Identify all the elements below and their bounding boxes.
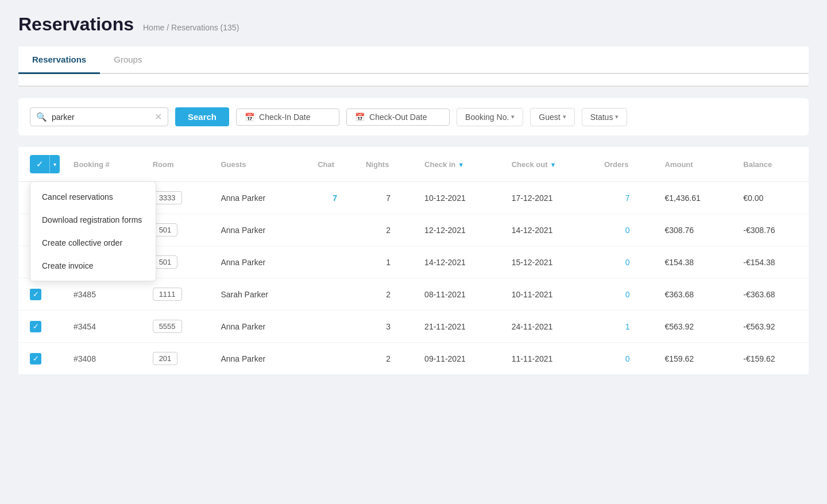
chevron-down-icon: ▾ <box>511 113 515 121</box>
row-nights: 2 <box>359 278 418 311</box>
clear-search-button[interactable]: ✕ <box>154 111 162 122</box>
table-row: ✓#34545555Anna Parker321-11-202124-11-20… <box>18 311 809 343</box>
calendar-icon: 📅 <box>245 113 254 122</box>
row-chat[interactable]: 7 <box>311 182 359 214</box>
checkmark-icon: ✓ <box>33 290 39 298</box>
checkmark-icon: ✓ <box>33 355 39 362</box>
tab-groups[interactable]: Groups <box>100 46 156 74</box>
search-input[interactable] <box>52 113 152 122</box>
row-checkout: 15-12-2021 <box>505 246 597 278</box>
bulk-action-dropdown-toggle[interactable]: ▾ <box>49 155 60 173</box>
toolbar: 🔍 ✕ Search 📅 Check-In Date 📅 Check-Out D… <box>18 98 809 135</box>
search-box: 🔍 ✕ <box>30 107 168 126</box>
col-amount: Amount <box>658 147 737 182</box>
search-icon: 🔍 <box>36 112 47 122</box>
row-checkout: 11-11-2021 <box>505 343 597 375</box>
row-guests[interactable]: Sarah Parker <box>214 278 311 311</box>
row-checkbox-cell: ✓ <box>18 343 67 375</box>
row-orders: 0 <box>597 246 658 278</box>
col-checkin[interactable]: Check in▼ <box>418 147 505 182</box>
col-guests: Guests <box>214 147 311 182</box>
col-checkout[interactable]: Check out▼ <box>505 147 597 182</box>
row-booking-number[interactable]: #3454 <box>67 311 146 343</box>
row-orders[interactable]: 1 <box>597 311 658 343</box>
room-badge: 3333 <box>153 191 182 204</box>
room-badge: 201 <box>153 352 178 365</box>
bulk-action-dropdown-menu: Cancel reservations Download registratio… <box>30 181 156 281</box>
create-collective-order-item[interactable]: Create collective order <box>30 231 156 254</box>
row-checkbox[interactable]: ✓ <box>30 353 41 365</box>
row-checkin: 10-12-2021 <box>418 182 505 214</box>
row-balance: -€363.68 <box>736 278 809 311</box>
table-row: ✓#3408201Anna Parker209-11-202111-11-202… <box>18 343 809 375</box>
row-checkin: 09-11-2021 <box>418 343 505 375</box>
page: Reservations Home / Reservations (135) R… <box>0 0 827 504</box>
row-balance: -€563.92 <box>736 311 809 343</box>
room-badge: 501 <box>153 255 178 269</box>
row-amount: €563.92 <box>658 311 737 343</box>
breadcrumb-home[interactable]: Home <box>143 23 164 32</box>
orders-link: 0 <box>625 290 630 299</box>
chevron-down-icon-3: ▾ <box>615 113 619 121</box>
row-amount: €154.38 <box>658 246 737 278</box>
breadcrumb: Home / Reservations (135) <box>143 23 239 32</box>
sort-arrow-checkout: ▼ <box>550 161 557 168</box>
select-all-checkbox[interactable]: ✓ <box>30 155 49 173</box>
checkin-date-label: Check-In Date <box>259 113 310 122</box>
col-booking: Booking # <box>67 147 146 182</box>
row-amount: €159.62 <box>658 343 737 375</box>
booking-no-label: Booking No. <box>465 113 509 122</box>
col-nights: Nights <box>359 147 418 182</box>
row-orders[interactable]: 7 <box>597 182 658 214</box>
download-registration-forms-item[interactable]: Download registration forms <box>30 208 156 231</box>
chevron-down-icon-4: ▾ <box>53 161 56 168</box>
orders-link[interactable]: 1 <box>625 322 630 331</box>
sort-arrow-checkin: ▼ <box>458 161 464 168</box>
tabs-container: Reservations Groups <box>18 46 809 74</box>
row-nights: 2 <box>359 343 418 375</box>
row-checkbox[interactable]: ✓ <box>30 321 41 332</box>
chevron-down-icon-2: ▾ <box>563 113 566 121</box>
table-header: ✓ ▾ Booking # Room Guests Chat Nights Ch… <box>18 147 809 182</box>
row-guests[interactable]: Anna Parker <box>214 214 311 246</box>
row-chat <box>311 214 359 246</box>
breadcrumb-separator: / <box>167 23 169 32</box>
page-header: Reservations Home / Reservations (135) <box>18 14 809 35</box>
row-guests[interactable]: Anna Parker <box>214 311 311 343</box>
row-booking-number[interactable]: #3408 <box>67 343 146 375</box>
row-orders: 0 <box>597 343 658 375</box>
row-balance: -€159.62 <box>736 343 809 375</box>
row-amount: €308.76 <box>658 214 737 246</box>
row-balance: -€308.76 <box>736 214 809 246</box>
row-orders: 0 <box>597 278 658 311</box>
col-balance: Balance <box>736 147 809 182</box>
col-orders: Orders <box>597 147 658 182</box>
row-guests[interactable]: Anna Parker <box>214 246 311 278</box>
search-button[interactable]: Search <box>175 107 229 126</box>
row-booking-number[interactable]: #3485 <box>67 278 146 311</box>
cancel-reservations-item[interactable]: Cancel reservations <box>30 185 156 208</box>
row-checkbox-cell: ✓ <box>18 311 67 343</box>
row-checkin: 12-12-2021 <box>418 214 505 246</box>
row-guests[interactable]: Anna Parker <box>214 182 311 214</box>
booking-no-dropdown[interactable]: Booking No. ▾ <box>457 108 523 126</box>
row-room: 201 <box>146 343 214 375</box>
orders-link: 0 <box>625 226 630 235</box>
status-dropdown[interactable]: Status ▾ <box>582 108 628 126</box>
row-guests[interactable]: Anna Parker <box>214 343 311 375</box>
row-checkbox-cell: ✓ <box>18 278 67 311</box>
guest-dropdown[interactable]: Guest ▾ <box>530 108 574 126</box>
create-invoice-item[interactable]: Create invoice <box>30 254 156 277</box>
row-checkin: 08-11-2021 <box>418 278 505 311</box>
select-all-header: ✓ ▾ <box>18 147 67 182</box>
row-orders: 0 <box>597 214 658 246</box>
orders-link[interactable]: 7 <box>625 193 630 203</box>
checkin-date-filter[interactable]: 📅 Check-In Date <box>236 108 339 126</box>
chat-link[interactable]: 7 <box>333 193 337 203</box>
status-label: Status <box>590 113 613 122</box>
checkmark-icon: ✓ <box>36 159 44 169</box>
tab-reservations[interactable]: Reservations <box>18 46 100 74</box>
row-checkbox[interactable]: ✓ <box>30 289 41 300</box>
checkout-date-filter[interactable]: 📅 Check-Out Date <box>346 108 450 126</box>
guest-label: Guest <box>539 113 560 122</box>
